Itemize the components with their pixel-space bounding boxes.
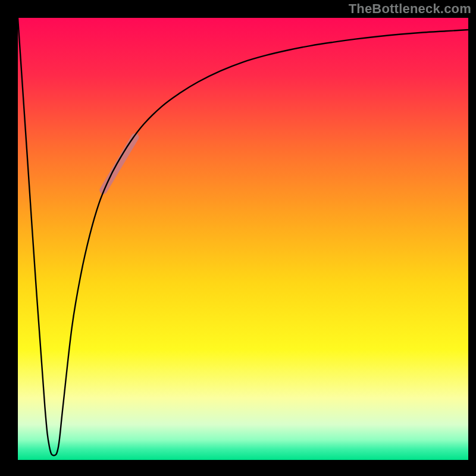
chart-container: TheBottleneck.com [0,0,476,476]
watermark-text: TheBottleneck.com [349,1,471,17]
plot-area [18,18,468,460]
bottleneck-chart [0,0,476,476]
